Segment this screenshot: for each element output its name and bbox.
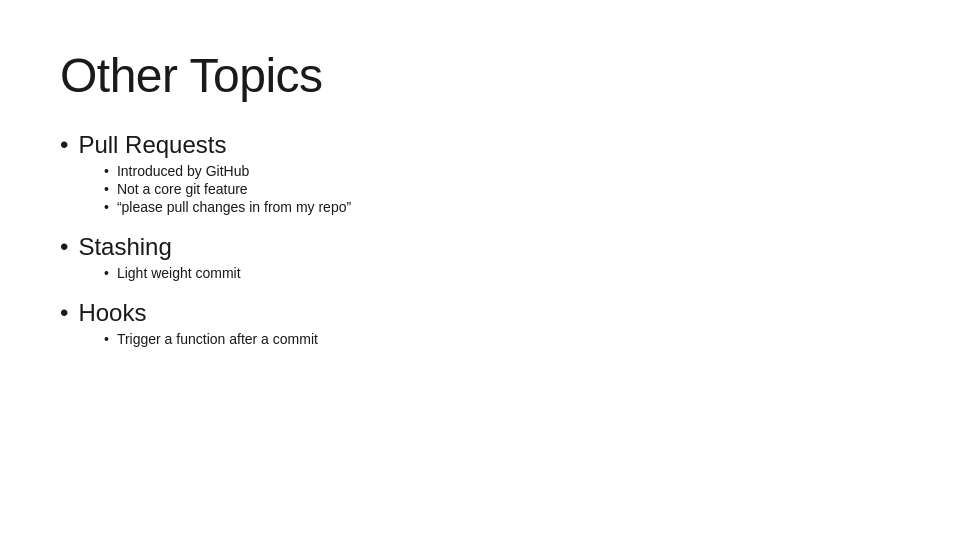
slide: Other Topics Pull RequestsIntroduced by … <box>0 0 960 540</box>
sub-list: Trigger a function after a commit <box>104 331 900 347</box>
slide-title: Other Topics <box>60 48 900 103</box>
sub-item: Trigger a function after a commit <box>104 331 900 347</box>
main-item-label: Stashing <box>60 233 900 261</box>
main-item: StashingLight weight commit <box>60 233 900 281</box>
sub-list: Light weight commit <box>104 265 900 281</box>
sub-item: “please pull changes in from my repo” <box>104 199 900 215</box>
sub-item: Light weight commit <box>104 265 900 281</box>
main-item: Pull RequestsIntroduced by GitHubNot a c… <box>60 131 900 215</box>
sub-item: Not a core git feature <box>104 181 900 197</box>
main-item-label: Hooks <box>60 299 900 327</box>
sub-list: Introduced by GitHubNot a core git featu… <box>104 163 900 215</box>
main-item-label: Pull Requests <box>60 131 900 159</box>
main-list: Pull RequestsIntroduced by GitHubNot a c… <box>60 131 900 347</box>
sub-item: Introduced by GitHub <box>104 163 900 179</box>
main-item: HooksTrigger a function after a commit <box>60 299 900 347</box>
